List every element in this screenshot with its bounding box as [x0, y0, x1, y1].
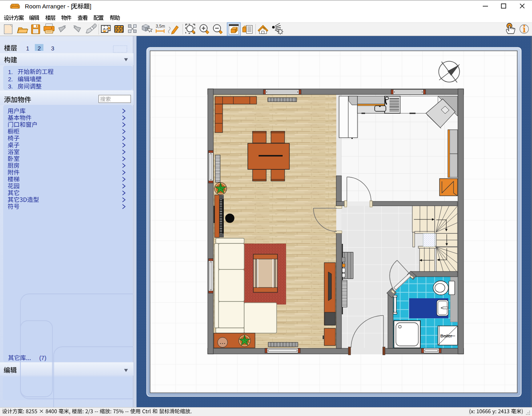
svg-text:2: 2 [38, 45, 41, 52]
svg-text:]: ] [90, 3, 91, 10]
svg-text:3: 3 [51, 45, 54, 52]
svg-text:Room Arranger - [: Room Arranger - [ [25, 3, 73, 10]
svg-text:(7): (7) [39, 355, 46, 361]
svg-text:2.: 2. [8, 76, 13, 82]
svg-text:1: 1 [26, 45, 29, 52]
svg-text:3,5m: 3,5m [156, 24, 165, 28]
svg-text:1.: 1. [8, 69, 13, 75]
svg-text:3.: 3. [8, 83, 13, 90]
